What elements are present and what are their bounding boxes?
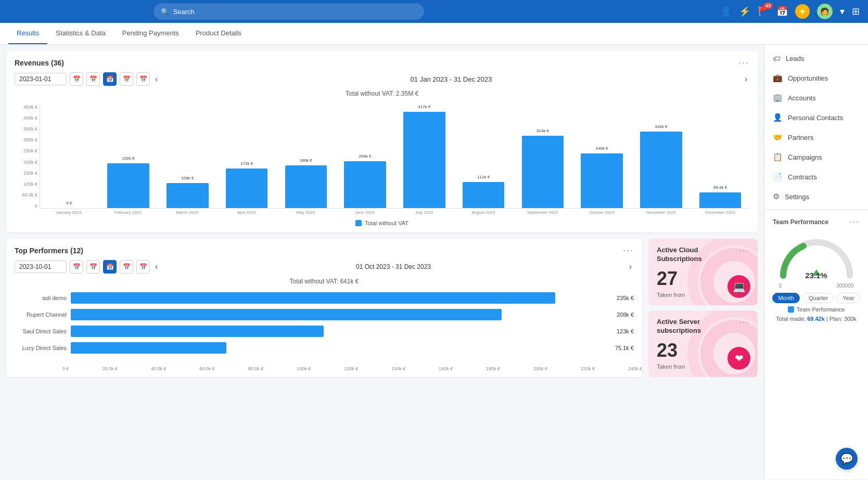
revenue-bar: 240k € bbox=[581, 153, 622, 208]
tab-pending[interactable]: Pending Payments bbox=[114, 23, 187, 44]
contracts-icon: 📄 bbox=[773, 172, 783, 181]
tab-statistics[interactable]: Statistics & Data bbox=[47, 23, 113, 44]
perf-tab-year[interactable]: Year bbox=[837, 293, 860, 303]
cal-week-btn[interactable]: 📅 bbox=[86, 72, 100, 86]
revenue-x-label: January 2023 bbox=[40, 209, 98, 215]
sidebar-label-partners: Partners bbox=[788, 134, 813, 141]
revenues-legend: Total without VAT bbox=[6, 215, 758, 232]
revenue-bar: 172k € bbox=[226, 168, 267, 208]
user-icon[interactable]: 👤 bbox=[720, 6, 732, 17]
hbar-name: Rupert Channel bbox=[15, 312, 67, 318]
revenue-x-label: September 2023 bbox=[514, 209, 572, 215]
y-label-100: 100k € bbox=[15, 181, 40, 187]
hbar-track bbox=[71, 309, 609, 320]
tp-x-label: 200k € bbox=[533, 366, 547, 371]
sidebar-item-accounts[interactable]: 🏢 Accounts bbox=[764, 88, 868, 108]
revenues-range-label: 01 Jan 2023 - 31 Dec 2023 bbox=[163, 75, 739, 83]
revenue-bar-label: 0 € bbox=[66, 201, 72, 205]
revenue-bar: 332k € bbox=[640, 132, 682, 208]
revenue-bar-col: 172k € bbox=[218, 105, 276, 208]
sidebar-item-contracts[interactable]: 📄 Contracts bbox=[764, 167, 868, 187]
sidebar-label-opportunities: Opportunities bbox=[788, 74, 828, 82]
tp-x-label: 60.0k € bbox=[199, 366, 215, 371]
perf-tabs: Month Quarter Year bbox=[773, 293, 860, 303]
tp-x-label: 240k € bbox=[628, 366, 642, 371]
tp-x-label: 160k € bbox=[439, 366, 453, 371]
hbar-name: Lucy Direct Sales bbox=[15, 345, 67, 351]
tp-cal-quarter-btn[interactable]: 📅 bbox=[120, 260, 133, 274]
revenues-more-button[interactable]: ··· bbox=[738, 57, 749, 68]
cal-quarter-btn[interactable]: 📅 bbox=[120, 72, 133, 86]
hbar-chart: asli demo235k €Rupert Channel208k €Saul … bbox=[6, 288, 642, 365]
filter-icon[interactable]: ⚡ bbox=[739, 6, 750, 17]
tp-cal-month-btn[interactable]: 📅 bbox=[103, 260, 117, 274]
revenues-chart: 450k € 400k € 350k € 300k € 250k € 200k … bbox=[6, 100, 758, 215]
revenue-x-label: May 2023 bbox=[276, 209, 335, 215]
perf-tab-month[interactable]: Month bbox=[772, 293, 800, 303]
revenue-bar: 417k € bbox=[403, 112, 445, 208]
revenue-bar-label: 69.4k € bbox=[713, 185, 727, 190]
prev-range-btn[interactable]: ‹ bbox=[153, 74, 160, 84]
accounts-icon: 🏢 bbox=[773, 93, 783, 102]
sidebar-item-settings[interactable]: ⚙ Settings bbox=[764, 187, 868, 206]
tabs-bar: Results Statistics & Data Pending Paymen… bbox=[0, 23, 868, 45]
sidebar-item-opportunities[interactable]: 💼 Opportunities bbox=[764, 68, 868, 88]
revenue-x-label: August 2023 bbox=[454, 209, 513, 215]
y-label-300: 300k € bbox=[15, 137, 40, 142]
server-sub-card: Active Server subscriptions ··· 23 Taken… bbox=[648, 310, 758, 377]
perf-tab-quarter[interactable]: Quarter bbox=[803, 293, 834, 303]
chat-bubble-button[interactable]: 💬 bbox=[836, 448, 858, 470]
sidebar-item-leads[interactable]: 🏷 Leads bbox=[764, 49, 868, 68]
tp-next-btn[interactable]: › bbox=[627, 262, 634, 271]
sidebar-item-campaigns[interactable]: 📋 Campaigns bbox=[764, 147, 868, 167]
topnav-icons: 👤 ⚡ 🚩 43 📅 + 🧑 ▾ ⊞ bbox=[720, 4, 860, 19]
revenues-date-input[interactable] bbox=[15, 73, 67, 85]
tp-x-label: 220k € bbox=[581, 366, 595, 371]
next-range-btn[interactable]: › bbox=[743, 74, 749, 84]
tp-x-label: 120k € bbox=[344, 366, 358, 371]
tp-cal-day-btn[interactable]: 📅 bbox=[70, 260, 83, 274]
apps-icon[interactable]: ⊞ bbox=[852, 6, 860, 17]
tp-cal-week-btn[interactable]: 📅 bbox=[86, 260, 100, 274]
team-performance-title: Team Performance bbox=[773, 218, 828, 226]
y-label-0: 0 bbox=[15, 203, 40, 209]
revenue-bar-label: 172k € bbox=[240, 161, 253, 166]
team-perf-more-btn[interactable]: ··· bbox=[850, 217, 860, 227]
cal-year-btn[interactable]: 📅 bbox=[136, 72, 150, 86]
search-bar[interactable]: 🔍 Search bbox=[154, 3, 424, 20]
subscription-cards: Active Cloud Subscriptions ··· 27 Taken … bbox=[648, 239, 758, 377]
add-button[interactable]: + bbox=[795, 4, 810, 19]
tp-x-label: 180k € bbox=[486, 366, 500, 371]
revenue-bar-label: 109k € bbox=[181, 176, 194, 180]
content-area: Revenues (36) ··· 📅 📅 📅 📅 📅 ‹ 01 Jan 202… bbox=[0, 45, 764, 479]
flag-icon[interactable]: 🚩 43 bbox=[758, 6, 769, 17]
hbar-row: asli demo235k € bbox=[15, 292, 634, 304]
tp-date-input[interactable] bbox=[15, 261, 67, 273]
tp-cal-year-btn[interactable]: 📅 bbox=[136, 260, 150, 274]
cal-day-btn[interactable]: 📅 bbox=[70, 72, 83, 86]
tp-x-label: 80.0k € bbox=[248, 366, 264, 371]
calendar-icon[interactable]: 📅 bbox=[776, 6, 788, 17]
chevron-down-icon[interactable]: ▾ bbox=[840, 6, 845, 17]
perf-total-made: 69.42k bbox=[807, 316, 825, 322]
sidebar-item-personal-contacts[interactable]: 👤 Personal Contacts bbox=[764, 108, 868, 127]
perf-total-label: Total made: bbox=[776, 316, 806, 322]
revenue-bar-label: 192k € bbox=[122, 156, 135, 161]
sidebar-label-accounts: Accounts bbox=[788, 94, 815, 102]
tp-prev-btn[interactable]: ‹ bbox=[153, 262, 160, 271]
revenue-bar-label: 204k € bbox=[359, 154, 372, 159]
perf-legend-label: Team Performance bbox=[797, 306, 845, 313]
gauge-wrap: 23.1% bbox=[775, 233, 858, 280]
tab-product[interactable]: Product Details bbox=[187, 23, 250, 44]
cal-month-btn[interactable]: 📅 bbox=[103, 72, 117, 86]
revenue-bar-label: 332k € bbox=[655, 124, 667, 129]
revenue-bar-col: 111k € bbox=[454, 105, 513, 208]
tp-subtitle: Total without VAT: 641k € bbox=[6, 278, 642, 285]
tp-x-label: 40.0k € bbox=[151, 366, 167, 371]
hbar-value: 75.1k € bbox=[615, 345, 634, 351]
sidebar-item-partners[interactable]: 🤝 Partners bbox=[764, 127, 868, 147]
settings-icon: ⚙ bbox=[773, 192, 780, 201]
top-performers-more-btn[interactable]: ··· bbox=[623, 245, 634, 256]
avatar[interactable]: 🧑 bbox=[817, 4, 833, 19]
tab-results[interactable]: Results bbox=[8, 23, 47, 44]
